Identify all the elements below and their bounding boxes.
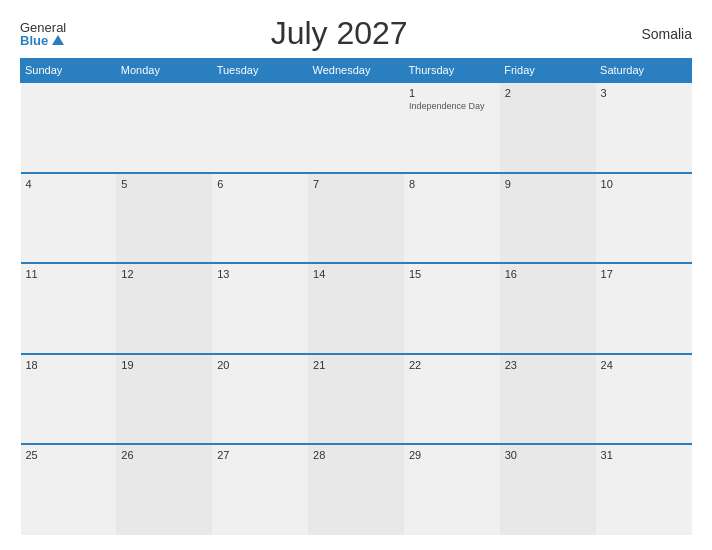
calendar-week-row: 11121314151617 bbox=[21, 263, 692, 354]
day-number: 22 bbox=[409, 359, 495, 371]
logo: General Blue bbox=[20, 21, 66, 47]
calendar-cell: 25 bbox=[21, 444, 117, 535]
day-event: Independence Day bbox=[409, 101, 495, 111]
weekday-header-row: Sunday Monday Tuesday Wednesday Thursday… bbox=[21, 59, 692, 83]
calendar-cell: 24 bbox=[596, 354, 692, 445]
header-saturday: Saturday bbox=[596, 59, 692, 83]
calendar-cell: 13 bbox=[212, 263, 308, 354]
day-number: 14 bbox=[313, 268, 399, 280]
day-number: 16 bbox=[505, 268, 591, 280]
calendar-cell: 28 bbox=[308, 444, 404, 535]
day-number: 15 bbox=[409, 268, 495, 280]
calendar-cell: 22 bbox=[404, 354, 500, 445]
calendar-cell: 26 bbox=[116, 444, 212, 535]
calendar-page: General Blue July 2027 Somalia Sunday Mo… bbox=[0, 0, 712, 550]
header-sunday: Sunday bbox=[21, 59, 117, 83]
calendar-cell: 21 bbox=[308, 354, 404, 445]
calendar-cell: 11 bbox=[21, 263, 117, 354]
calendar-cell: 27 bbox=[212, 444, 308, 535]
calendar-cell: 10 bbox=[596, 173, 692, 264]
logo-triangle-icon bbox=[52, 35, 64, 45]
calendar-cell: 19 bbox=[116, 354, 212, 445]
day-number: 12 bbox=[121, 268, 207, 280]
calendar-cell: 30 bbox=[500, 444, 596, 535]
header-friday: Friday bbox=[500, 59, 596, 83]
day-number: 7 bbox=[313, 178, 399, 190]
calendar-cell: 7 bbox=[308, 173, 404, 264]
calendar-week-row: 18192021222324 bbox=[21, 354, 692, 445]
calendar-cell: 5 bbox=[116, 173, 212, 264]
calendar-week-row: 25262728293031 bbox=[21, 444, 692, 535]
header-tuesday: Tuesday bbox=[212, 59, 308, 83]
calendar-cell: 14 bbox=[308, 263, 404, 354]
day-number: 20 bbox=[217, 359, 303, 371]
calendar-cell: 20 bbox=[212, 354, 308, 445]
calendar-week-row: 1Independence Day23 bbox=[21, 82, 692, 173]
day-number: 27 bbox=[217, 449, 303, 461]
day-number: 5 bbox=[121, 178, 207, 190]
calendar-table: Sunday Monday Tuesday Wednesday Thursday… bbox=[20, 58, 692, 535]
calendar-cell: 12 bbox=[116, 263, 212, 354]
day-number: 30 bbox=[505, 449, 591, 461]
day-number: 4 bbox=[26, 178, 112, 190]
day-number: 24 bbox=[601, 359, 687, 371]
calendar-cell: 1Independence Day bbox=[404, 82, 500, 173]
calendar-cell: 4 bbox=[21, 173, 117, 264]
day-number: 2 bbox=[505, 87, 591, 99]
day-number: 10 bbox=[601, 178, 687, 190]
day-number: 1 bbox=[409, 87, 495, 99]
day-number: 17 bbox=[601, 268, 687, 280]
logo-general-text: General bbox=[20, 21, 66, 34]
day-number: 6 bbox=[217, 178, 303, 190]
day-number: 19 bbox=[121, 359, 207, 371]
calendar-cell: 8 bbox=[404, 173, 500, 264]
calendar-cell bbox=[212, 82, 308, 173]
day-number: 8 bbox=[409, 178, 495, 190]
calendar-cell: 31 bbox=[596, 444, 692, 535]
day-number: 13 bbox=[217, 268, 303, 280]
calendar-cell: 17 bbox=[596, 263, 692, 354]
calendar-cell: 18 bbox=[21, 354, 117, 445]
calendar-cell: 23 bbox=[500, 354, 596, 445]
day-number: 11 bbox=[26, 268, 112, 280]
header-thursday: Thursday bbox=[404, 59, 500, 83]
calendar-cell: 3 bbox=[596, 82, 692, 173]
day-number: 26 bbox=[121, 449, 207, 461]
header-wednesday: Wednesday bbox=[308, 59, 404, 83]
calendar-cell: 16 bbox=[500, 263, 596, 354]
calendar-cell bbox=[308, 82, 404, 173]
calendar-week-row: 45678910 bbox=[21, 173, 692, 264]
day-number: 18 bbox=[26, 359, 112, 371]
day-number: 29 bbox=[409, 449, 495, 461]
calendar-cell: 15 bbox=[404, 263, 500, 354]
day-number: 25 bbox=[26, 449, 112, 461]
logo-blue-text: Blue bbox=[20, 34, 66, 47]
day-number: 31 bbox=[601, 449, 687, 461]
calendar-cell bbox=[116, 82, 212, 173]
day-number: 28 bbox=[313, 449, 399, 461]
day-number: 9 bbox=[505, 178, 591, 190]
calendar-cell: 9 bbox=[500, 173, 596, 264]
day-number: 3 bbox=[601, 87, 687, 99]
calendar-cell: 6 bbox=[212, 173, 308, 264]
calendar-title: July 2027 bbox=[66, 15, 612, 52]
calendar-cell: 2 bbox=[500, 82, 596, 173]
calendar-header: General Blue July 2027 Somalia bbox=[20, 15, 692, 52]
day-number: 23 bbox=[505, 359, 591, 371]
country-name: Somalia bbox=[612, 26, 692, 42]
day-number: 21 bbox=[313, 359, 399, 371]
header-monday: Monday bbox=[116, 59, 212, 83]
calendar-cell: 29 bbox=[404, 444, 500, 535]
calendar-cell bbox=[21, 82, 117, 173]
